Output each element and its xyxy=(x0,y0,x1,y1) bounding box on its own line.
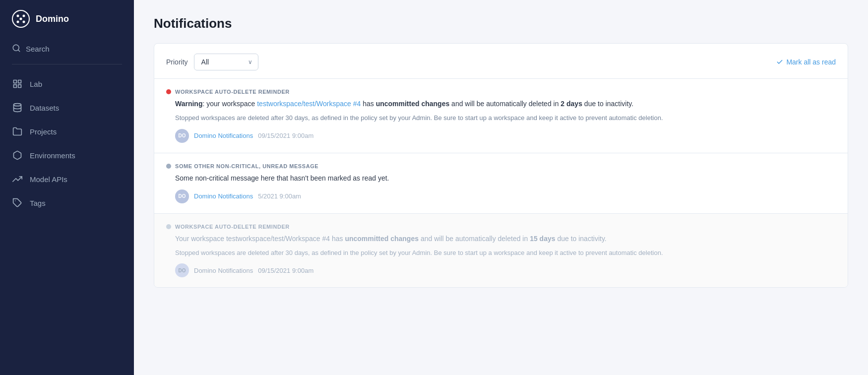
projects-icon xyxy=(12,126,23,137)
sidebar-item-projects[interactable]: Projects xyxy=(0,120,134,143)
svg-rect-11 xyxy=(18,85,21,88)
search-label: Search xyxy=(26,45,50,53)
notif-sender-read: Domino Notifications xyxy=(194,267,253,274)
notif-sender: Domino Notifications xyxy=(194,132,253,139)
notif-body: Warning: your workspace testworkspace/te… xyxy=(175,99,836,109)
priority-select[interactable]: All High Medium Low xyxy=(194,54,258,70)
svg-rect-10 xyxy=(14,85,17,88)
svg-line-7 xyxy=(18,50,19,51)
sidebar-item-label: Model APIs xyxy=(30,175,67,184)
notif-time-read: 09/15/2021 9:00am xyxy=(258,267,313,274)
svg-point-5 xyxy=(20,18,22,20)
workspace-link[interactable]: testworkspace/test/Workspace #4 xyxy=(257,100,361,108)
notif-body: Some non-critical message here that hasn… xyxy=(175,173,836,184)
sidebar: Domino Search Lab Data xyxy=(0,0,134,375)
svg-rect-8 xyxy=(14,80,17,83)
model-apis-icon xyxy=(12,174,23,185)
svg-point-12 xyxy=(14,104,21,106)
sidebar-item-label: Tags xyxy=(30,199,46,207)
sidebar-divider xyxy=(12,64,122,64)
sidebar-item-model-apis[interactable]: Model APIs xyxy=(0,168,134,190)
search-item[interactable]: Search xyxy=(0,38,134,60)
filter-left: Priority All High Medium Low xyxy=(166,54,258,70)
sidebar-item-label: Environments xyxy=(30,151,75,160)
notif-sender: Domino Notifications xyxy=(194,192,253,200)
notif-avatar: DO xyxy=(175,189,189,203)
notif-header: WORKSPACE AUTO-DELETE REMINDER xyxy=(166,89,836,95)
page-title: Notifications xyxy=(154,16,848,31)
sidebar-nav: Lab Datasets Projects xyxy=(0,68,134,218)
notif-dot-light-gray xyxy=(166,224,171,229)
notification-item-read: WORKSPACE AUTO-DELETE REMINDER Your work… xyxy=(154,214,848,288)
svg-point-3 xyxy=(17,21,19,23)
logo-text: Domino xyxy=(36,14,69,24)
notif-avatar: DO xyxy=(175,129,189,143)
notif-bold-changes: uncommitted changes xyxy=(376,100,450,108)
notif-body-read: Your workspace testworkspace/test/Worksp… xyxy=(175,234,836,244)
sidebar-item-label: Projects xyxy=(30,127,57,136)
notif-footer-read: DO Domino Notifications 09/15/2021 9:00a… xyxy=(175,263,836,277)
notif-type: SOME OTHER NON-CRITICAL, UNREAD MESSAGE xyxy=(175,163,318,169)
notif-avatar-read: DO xyxy=(175,263,189,277)
sidebar-item-label: Datasets xyxy=(30,104,59,112)
notif-dot-red xyxy=(166,89,171,94)
svg-point-4 xyxy=(23,21,25,23)
svg-point-2 xyxy=(23,15,25,17)
notif-header: SOME OTHER NON-CRITICAL, UNREAD MESSAGE xyxy=(166,163,836,169)
notif-time: 5/2021 9:00am xyxy=(258,192,301,200)
sidebar-item-lab[interactable]: Lab xyxy=(0,72,134,95)
notification-item: WORKSPACE AUTO-DELETE REMINDER Warning: … xyxy=(154,79,848,153)
svg-rect-9 xyxy=(18,80,21,83)
filter-bar: Priority All High Medium Low Mark all as… xyxy=(154,44,848,79)
priority-label: Priority xyxy=(166,58,188,66)
logo[interactable]: Domino xyxy=(0,0,134,38)
notif-header: WORKSPACE AUTO-DELETE REMINDER xyxy=(166,224,836,230)
notif-warning-label: Warning xyxy=(175,100,202,108)
workspace-link-read[interactable]: testworkspace/test/Workspace #4 xyxy=(226,235,330,243)
notif-bold-changes-read: uncommitted changes xyxy=(345,235,419,243)
sidebar-item-tags[interactable]: Tags xyxy=(0,191,134,214)
mark-all-read-button[interactable]: Mark all as read xyxy=(776,58,836,66)
svg-point-1 xyxy=(17,15,19,17)
sidebar-item-label: Lab xyxy=(30,80,42,88)
notif-dot-gray xyxy=(166,164,171,169)
datasets-icon xyxy=(12,102,23,113)
tags-icon xyxy=(12,197,23,208)
lab-icon xyxy=(12,78,23,89)
notif-footer: DO Domino Notifications 5/2021 9:00am xyxy=(175,189,836,203)
sidebar-item-environments[interactable]: Environments xyxy=(0,144,134,167)
notif-type: WORKSPACE AUTO-DELETE REMINDER xyxy=(175,89,290,95)
main-content: Notifications Priority All High Medium L… xyxy=(134,0,868,375)
search-icon xyxy=(12,44,21,54)
notif-type-read: WORKSPACE AUTO-DELETE REMINDER xyxy=(175,224,290,230)
notif-footer: DO Domino Notifications 09/15/2021 9:00a… xyxy=(175,129,836,143)
notif-time: 09/15/2021 9:00am xyxy=(258,132,313,139)
notif-bold-days-read: 15 days xyxy=(530,235,555,243)
checkmark-icon xyxy=(776,59,783,65)
notif-detail: Stopped workspaces are deleted after 30 … xyxy=(175,113,836,123)
notif-detail-read: Stopped workspaces are deleted after 30 … xyxy=(175,248,836,258)
domino-logo-icon xyxy=(12,10,30,28)
notif-bold-days: 2 days xyxy=(560,100,582,108)
notification-item: SOME OTHER NON-CRITICAL, UNREAD MESSAGE … xyxy=(154,153,848,214)
environments-icon xyxy=(12,150,23,161)
priority-select-wrapper[interactable]: All High Medium Low xyxy=(194,54,258,70)
mark-all-read-label: Mark all as read xyxy=(786,58,836,66)
notifications-card: Priority All High Medium Low Mark all as… xyxy=(154,43,848,288)
sidebar-item-datasets[interactable]: Datasets xyxy=(0,96,134,119)
